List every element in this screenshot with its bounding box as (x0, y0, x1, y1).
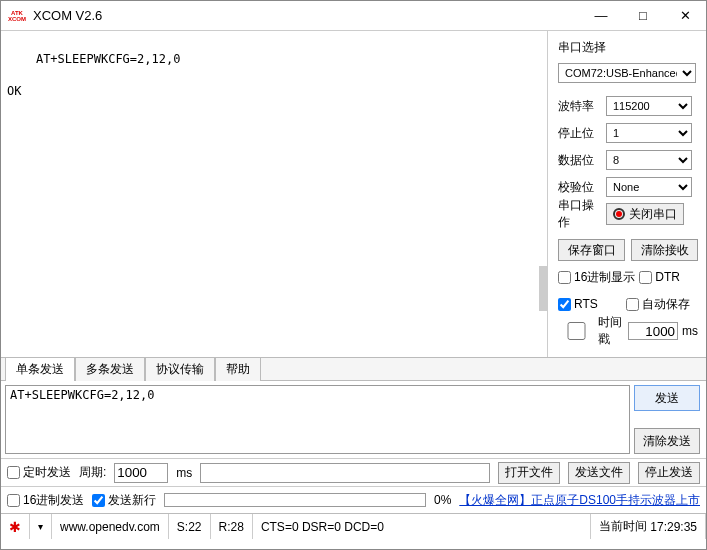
tab-protocol[interactable]: 协议传输 (145, 357, 215, 381)
send-tabs: 单条发送 多条发送 协议传输 帮助 (1, 357, 706, 381)
timestamp-input[interactable] (628, 322, 678, 340)
parity-select[interactable]: None (606, 177, 692, 197)
stopbit-select[interactable]: 1 (606, 123, 692, 143)
period-unit: ms (176, 466, 192, 480)
maximize-button[interactable]: □ (622, 1, 664, 31)
timestamp-unit: ms (682, 324, 698, 338)
scrollbar-thumb[interactable] (539, 266, 547, 311)
serial-config-panel: 串口选择 COM72:USB-Enhanced-SE 波特率115200 停止位… (548, 31, 706, 357)
record-icon (613, 208, 625, 220)
hex-display-checkbox[interactable]: 16进制显示 (558, 269, 635, 286)
stopbit-label: 停止位 (558, 125, 602, 142)
send-newline-checkbox[interactable]: 发送新行 (92, 492, 156, 509)
parity-label: 校验位 (558, 179, 602, 196)
clear-send-button[interactable]: 清除发送 (634, 428, 700, 454)
dtr-checkbox[interactable]: DTR (639, 270, 680, 284)
status-url[interactable]: www.openedv.com (52, 514, 169, 539)
send-file-button[interactable]: 发送文件 (568, 462, 630, 484)
minimize-button[interactable]: ― (580, 1, 622, 31)
receive-output[interactable]: AT+SLEEPWKCFG=2,12,0 OK (1, 31, 548, 357)
period-input[interactable] (114, 463, 168, 483)
open-file-button[interactable]: 打开文件 (498, 462, 560, 484)
ad-link[interactable]: 【火爆全网】正点原子DS100手持示波器上市 (459, 492, 700, 509)
file-path-input[interactable] (200, 463, 490, 483)
tab-single-send[interactable]: 单条发送 (5, 357, 75, 381)
dropdown-icon[interactable]: ▾ (30, 514, 52, 539)
databit-label: 数据位 (558, 152, 602, 169)
rts-checkbox[interactable]: RTS (558, 297, 622, 311)
tab-multi-send[interactable]: 多条发送 (75, 357, 145, 381)
baud-select[interactable]: 115200 (606, 96, 692, 116)
serial-op-label: 串口操作 (558, 197, 602, 231)
send-input[interactable]: AT+SLEEPWKCFG=2,12,0 (5, 385, 630, 454)
serial-select-label: 串口选择 (558, 39, 698, 56)
clear-receive-button[interactable]: 清除接收 (631, 239, 698, 261)
progress-row: 16进制发送 发送新行 0% 【火爆全网】正点原子DS100手持示波器上市 (1, 487, 706, 513)
send-options-row: 定时发送 周期: ms 打开文件 发送文件 停止发送 (1, 459, 706, 487)
status-bar: ✱ ▾ www.openedv.com S:22 R:28 CTS=0 DSR=… (1, 513, 706, 539)
status-time: 当前时间 17:29:35 (591, 514, 706, 539)
tab-help[interactable]: 帮助 (215, 357, 261, 381)
titlebar: ATKXCOM XCOM V2.6 ― □ ✕ (1, 1, 706, 31)
save-window-button[interactable]: 保存窗口 (558, 239, 625, 261)
main-area: AT+SLEEPWKCFG=2,12,0 OK 串口选择 COM72:USB-E… (1, 31, 706, 357)
status-line: CTS=0 DSR=0 DCD=0 (253, 514, 591, 539)
autosave-checkbox[interactable]: 自动保存 (626, 296, 690, 313)
settings-icon[interactable]: ✱ (1, 514, 30, 539)
close-button[interactable]: ✕ (664, 1, 706, 31)
status-sent: S:22 (169, 514, 211, 539)
baud-label: 波特率 (558, 98, 602, 115)
send-area: AT+SLEEPWKCFG=2,12,0 发送 清除发送 (1, 381, 706, 459)
timed-send-checkbox[interactable]: 定时发送 (7, 464, 71, 481)
stop-send-button[interactable]: 停止发送 (638, 462, 700, 484)
databit-select[interactable]: 8 (606, 150, 692, 170)
timestamp-checkbox[interactable]: 时间戳 (558, 314, 624, 348)
progress-percent: 0% (434, 493, 451, 507)
app-logo: ATKXCOM (7, 6, 27, 26)
period-label: 周期: (79, 464, 106, 481)
send-button[interactable]: 发送 (634, 385, 700, 411)
port-select[interactable]: COM72:USB-Enhanced-SE (558, 63, 696, 83)
progress-bar (164, 493, 426, 507)
status-recv: R:28 (211, 514, 253, 539)
hex-send-checkbox[interactable]: 16进制发送 (7, 492, 84, 509)
close-port-button[interactable]: 关闭串口 (606, 203, 684, 225)
window-title: XCOM V2.6 (33, 8, 580, 23)
